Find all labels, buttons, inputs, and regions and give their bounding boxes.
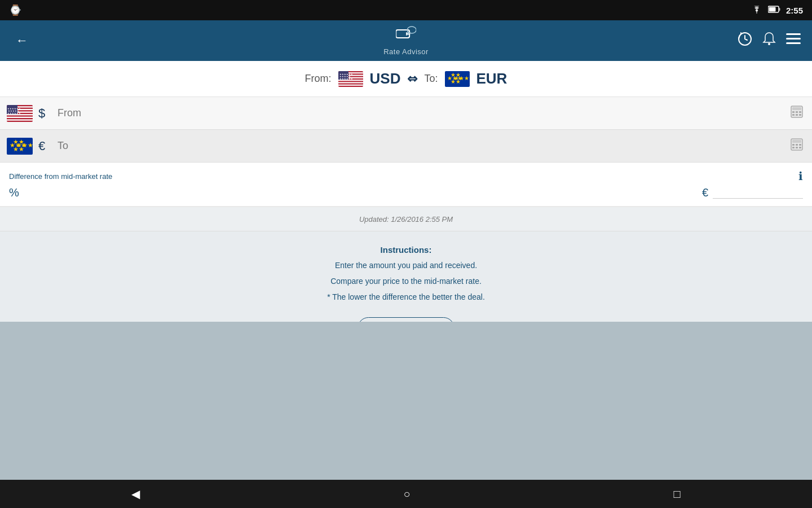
status-bar-right: 2:55 — [751, 6, 803, 15]
us-flag: ★★★★★★ ★★★★★ ★★★★★★ — [338, 71, 363, 87]
menu-icon[interactable] — [786, 33, 801, 48]
svg-rect-59 — [796, 147, 798, 148]
to-amount-input[interactable] — [58, 138, 788, 154]
difference-values: % € — [9, 186, 803, 199]
logo-icon — [396, 25, 416, 46]
svg-rect-34 — [7, 116, 33, 117]
svg-text:★★★: ★★★ — [454, 75, 469, 81]
svg-point-9 — [768, 43, 770, 45]
diff-amount-area: € — [702, 186, 803, 199]
app-bar-left: ← — [11, 29, 33, 52]
exchange-arrows: ⇔ — [407, 72, 417, 86]
currency-header: From: ★★★★★★ ★★★★★ ★★★★★★ USD ⇔ To: ★★★ … — [0, 61, 812, 97]
bottom-gray-area — [0, 322, 812, 480]
difference-label-row: Difference from mid-market rate ℹ — [9, 169, 803, 183]
svg-rect-12 — [786, 42, 801, 44]
svg-rect-10 — [786, 33, 801, 35]
from-input-row: ★★★★★★ ★★★★★ ★★★★★★ $ — [0, 97, 812, 130]
svg-rect-44 — [799, 111, 801, 113]
difference-section: Difference from mid-market rate ℹ % € — [0, 163, 812, 207]
svg-rect-18 — [338, 82, 363, 83]
to-calculator-icon[interactable] — [788, 136, 805, 156]
svg-rect-42 — [792, 111, 795, 113]
history-icon[interactable] — [738, 32, 752, 50]
instructions-line1: Enter the amount you paid and received. — [335, 259, 477, 273]
svg-rect-1 — [779, 8, 780, 11]
status-bar: ⌚ 2:55 — [0, 0, 812, 20]
euro-symbol: € — [38, 139, 52, 154]
us-flag-small: ★★★★★★ ★★★★★ ★★★★★★ — [7, 105, 33, 122]
svg-rect-55 — [792, 144, 795, 146]
svg-rect-60 — [799, 147, 801, 148]
svg-rect-56 — [796, 144, 798, 146]
to-label: To: — [424, 73, 438, 85]
app-bar-title: Rate Advisor — [383, 47, 429, 56]
svg-text:★★★: ★★★ — [16, 142, 33, 148]
app-bar: ← Rate Advisor — [0, 20, 812, 61]
app-logo — [396, 25, 416, 46]
bell-icon[interactable] — [762, 32, 776, 50]
wifi-icon — [751, 6, 762, 15]
svg-text:★★★★★★: ★★★★★★ — [339, 77, 353, 80]
battery-icon — [768, 6, 780, 15]
status-time: 2:55 — [786, 6, 803, 15]
percent-symbol: % — [9, 186, 19, 199]
watch-icon: ⌚ — [9, 4, 21, 16]
instructions-line2: Compare your price to the mid-market rat… — [330, 275, 482, 288]
svg-rect-57 — [799, 144, 801, 146]
app-bar-center: Rate Advisor — [383, 25, 429, 56]
updated-text: Updated: 1/26/2016 2:55 PM — [359, 215, 453, 224]
nav-bar: ◀ ○ □ — [0, 480, 812, 508]
to-currency-code: EUR — [476, 70, 508, 87]
diff-euro-symbol: € — [702, 186, 708, 199]
instructions-title: Instructions: — [381, 245, 432, 255]
from-label: From: — [305, 73, 332, 85]
svg-rect-2 — [769, 7, 775, 12]
input-section: ★★★★★★ ★★★★★ ★★★★★★ $ ★★★ — [0, 97, 812, 163]
svg-rect-46 — [796, 114, 798, 116]
svg-rect-35 — [7, 119, 33, 120]
updated-section: Updated: 1/26/2016 2:55 PM — [0, 207, 812, 231]
from-calculator-icon[interactable] — [788, 103, 805, 124]
svg-rect-58 — [792, 147, 795, 148]
svg-text:★★★★★★: ★★★★★★ — [7, 112, 21, 115]
svg-rect-54 — [792, 140, 801, 143]
difference-label-text: Difference from mid-market rate — [9, 172, 112, 181]
back-button[interactable]: ← — [11, 29, 33, 52]
svg-rect-11 — [786, 38, 801, 40]
app-bar-right — [738, 32, 801, 50]
status-bar-left: ⌚ — [9, 4, 21, 16]
instructions-line3: * The lower the difference the better th… — [327, 291, 485, 304]
info-icon[interactable]: ℹ — [798, 169, 803, 183]
svg-rect-19 — [338, 84, 363, 85]
diff-underline — [713, 187, 803, 199]
nav-recents-button[interactable]: □ — [662, 483, 691, 505]
svg-rect-47 — [799, 114, 801, 116]
from-amount-input[interactable] — [58, 105, 788, 121]
dollar-symbol: $ — [38, 106, 52, 121]
from-currency-code: USD — [370, 70, 401, 87]
eu-flag: ★★★ ★★ ★★ ★★★ — [445, 71, 470, 87]
nav-back-button[interactable]: ◀ — [120, 483, 151, 505]
eu-flag-small: ★★★ ★★ ★★ ★★★ — [7, 138, 33, 155]
to-input-row: ★★★ ★★ ★★ ★★★ € — [0, 130, 812, 163]
svg-rect-41 — [792, 107, 801, 110]
svg-rect-45 — [792, 114, 795, 116]
svg-rect-43 — [796, 111, 798, 113]
nav-home-button[interactable]: ○ — [392, 483, 421, 505]
